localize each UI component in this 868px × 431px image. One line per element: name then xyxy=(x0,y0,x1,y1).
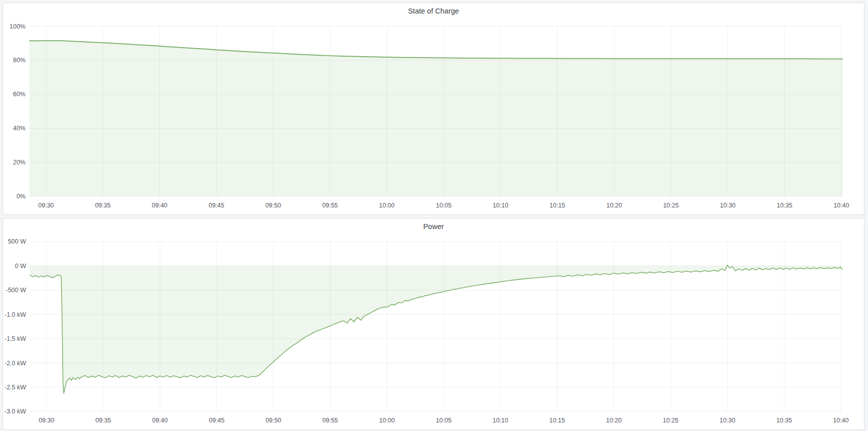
y-tick-label: -3.0 kW xyxy=(5,408,26,415)
y-tick-label: 60% xyxy=(13,91,26,98)
y-tick-label: -500 W xyxy=(6,287,26,294)
y-tick-label: 40% xyxy=(13,125,26,132)
x-tick-label: 10:35 xyxy=(776,417,792,424)
x-tick-label: 10:00 xyxy=(379,417,395,424)
y-tick-label: 0 W xyxy=(15,263,26,270)
x-tick-label: 10:00 xyxy=(379,202,395,209)
power-chart[interactable]: 500 W0 W-500 W-1.0 kW-1.5 kW-2.0 kW-2.5 … xyxy=(3,219,864,429)
x-tick-label: 09:40 xyxy=(152,417,168,424)
x-tick-label: 09:35 xyxy=(95,202,111,209)
x-tick-label: 10:20 xyxy=(606,202,622,209)
x-tick-label: 09:55 xyxy=(322,202,338,209)
y-tick-label: -1.0 kW xyxy=(5,311,26,318)
panel-title-state-of-charge[interactable]: State of Charge xyxy=(3,6,864,18)
panel-title-power[interactable]: Power xyxy=(3,222,864,234)
x-tick-label: 09:35 xyxy=(95,417,111,424)
y-tick-label: -1.5 kW xyxy=(5,335,26,342)
x-tick-label: 10:15 xyxy=(549,202,565,209)
state-of-charge-chart[interactable]: 100%80%60%40%20%0%09:3009:3509:4009:4509… xyxy=(3,3,864,214)
x-tick-label: 10:25 xyxy=(663,417,678,424)
x-tick-label: 09:50 xyxy=(265,417,281,424)
x-tick-label: 10:25 xyxy=(663,202,679,209)
x-tick-label: 09:30 xyxy=(38,202,54,209)
x-tick-label: 10:15 xyxy=(549,417,565,424)
x-tick-label: 10:10 xyxy=(492,417,508,424)
x-tick-label: 09:45 xyxy=(209,417,224,424)
x-tick-label: 09:55 xyxy=(323,417,338,424)
x-tick-label: 10:35 xyxy=(777,202,792,209)
x-tick-label: 10:30 xyxy=(720,417,735,424)
y-tick-label: 0% xyxy=(17,193,26,200)
y-tick-label: 500 W xyxy=(8,238,26,245)
y-tick-label: 20% xyxy=(13,159,26,166)
x-tick-label: 09:45 xyxy=(209,202,224,209)
x-tick-label: 10:40 xyxy=(833,417,848,424)
panel-power: 500 W0 W-500 W-1.0 kW-1.5 kW-2.0 kW-2.5 … xyxy=(3,218,864,430)
x-tick-label: 09:50 xyxy=(265,202,281,209)
panel-state-of-charge: 100%80%60%40%20%0%09:3009:3509:4009:4509… xyxy=(3,3,864,215)
y-tick-label: 80% xyxy=(13,57,26,64)
x-tick-label: 10:40 xyxy=(833,202,849,209)
x-tick-label: 10:10 xyxy=(493,202,508,209)
x-tick-label: 10:30 xyxy=(720,202,735,209)
x-tick-label: 10:05 xyxy=(436,202,451,209)
x-tick-label: 09:40 xyxy=(152,202,167,209)
x-tick-label: 10:20 xyxy=(606,417,622,424)
x-tick-label: 10:05 xyxy=(436,417,451,424)
y-tick-label: -2.0 kW xyxy=(5,360,26,367)
y-tick-label: 100% xyxy=(10,23,26,30)
x-tick-label: 09:30 xyxy=(39,417,54,424)
series-area xyxy=(30,265,842,393)
series-area xyxy=(30,41,842,196)
y-tick-label: -2.5 kW xyxy=(5,384,26,391)
